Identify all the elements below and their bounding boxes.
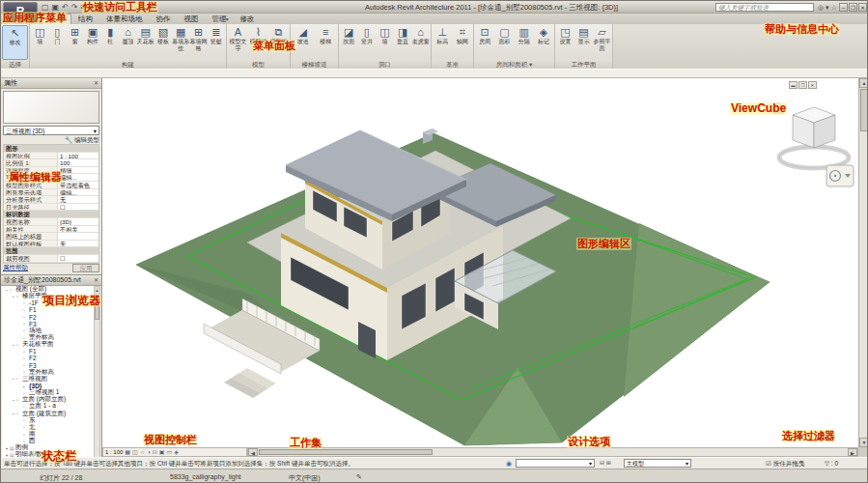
tree-item[interactable]: − ▫ 立面 (建筑立面) <box>2 411 94 417</box>
tree-item[interactable]: ▫ F1 <box>2 306 94 313</box>
property-value[interactable]: 1 : 100 <box>58 153 98 159</box>
infocenter-icon[interactable]: ☆ <box>831 3 837 12</box>
ribbon-button[interactable]: ↖修改 <box>2 25 28 60</box>
view-control-icon[interactable]: ▦ <box>125 448 130 456</box>
tree-item[interactable]: − ▫ 视图 (全部) <box>2 286 94 293</box>
close-icon[interactable]: ✕ <box>808 81 817 89</box>
view-control-icon[interactable]: ▣ <box>159 448 165 456</box>
ribbon-button[interactable]: ⌂屋顶 <box>119 25 136 60</box>
scroll-left-icon[interactable]: ◀ <box>248 448 258 456</box>
quick-access-icon[interactable]: ↷ <box>71 3 78 13</box>
ribbon-button[interactable]: ◪按面 <box>340 25 358 60</box>
tree-item[interactable]: ▫ 北 <box>2 424 94 431</box>
window-control-button[interactable]: ✕ <box>858 3 867 12</box>
ribbon-button[interactable]: ⊡房间 <box>475 25 494 60</box>
view-control-icon[interactable]: ⊡ <box>153 448 157 456</box>
search-input[interactable]: 键入关键字或短语 <box>715 3 814 12</box>
ribbon-button[interactable]: ◳设置 <box>556 25 574 60</box>
scrollbar-thumb[interactable] <box>259 449 433 455</box>
infocenter-icon[interactable]: ▾ <box>826 3 829 12</box>
close-icon[interactable]: ✕ <box>94 78 98 88</box>
property-value[interactable]: 编辑... <box>58 189 98 196</box>
ribbon-button[interactable]: ▯门 <box>48 25 66 60</box>
ribbon-button[interactable]: ▣构件 <box>84 25 101 60</box>
tree-item[interactable]: ▫ 东 <box>2 417 94 424</box>
ribbon-tab[interactable]: 视图 <box>178 14 206 24</box>
tree-item[interactable]: ▫ 室外标高 <box>2 369 94 376</box>
scroll-right-icon[interactable]: ▶ <box>848 448 857 456</box>
ribbon-tab[interactable]: 结构 <box>71 14 99 24</box>
ribbon-button[interactable]: ▤显示 <box>574 25 593 60</box>
horizontal-scrollbar[interactable]: ◀ ▶ <box>247 447 858 457</box>
property-value[interactable]: ☐ <box>58 255 98 262</box>
tree-item[interactable]: ▫ F2 <box>2 355 94 361</box>
ribbon-button[interactable]: ▯竖井 <box>358 25 377 60</box>
quick-access-icon[interactable]: ▣ <box>52 3 60 13</box>
ribbon-button[interactable]: ◈标记 <box>534 25 553 60</box>
ribbon-button[interactable]: ▢面积 <box>494 25 514 60</box>
vertical-scrollbar[interactable]: ▲ ▼ <box>858 78 868 447</box>
ribbon-button[interactable]: ⊥标高 <box>433 25 453 60</box>
ribbon-button[interactable]: ⌂老虎窗 <box>411 25 430 60</box>
press-drag-checkbox[interactable]: ☑ 按住并拖曳 <box>766 460 804 469</box>
tree-item[interactable]: ▫ F3 <box>2 321 94 327</box>
ribbon-button[interactable]: ▥分隔 <box>515 25 534 60</box>
ribbon-tab[interactable]: 协作 <box>150 14 178 24</box>
property-value[interactable]: 不相关 <box>58 226 98 233</box>
property-value[interactable]: 无 <box>58 241 98 247</box>
ribbon-button[interactable]: ▦幕墙系统 <box>172 25 189 60</box>
drawing-area[interactable] <box>102 78 858 447</box>
ribbon-tab[interactable]: 修改 <box>234 14 262 24</box>
ribbon-button[interactable]: A模型文字 <box>228 25 248 60</box>
tree-item[interactable]: ▫ F2 <box>2 314 94 321</box>
worksets-dropdown[interactable]: ▾ <box>516 459 595 468</box>
property-value[interactable]: {3D} <box>58 218 98 225</box>
ribbon-button[interactable]: ⌗轴网 <box>453 25 473 60</box>
property-value[interactable]: 精细 <box>58 167 98 174</box>
quick-access-icon[interactable]: ▢ <box>42 3 49 13</box>
edit-type-button[interactable]: 🔧 编辑类型 <box>3 135 99 144</box>
ribbon-button[interactable]: ▧楼板 <box>154 25 172 60</box>
browser-scrollbar[interactable]: ▲ ▼ <box>94 286 100 465</box>
ribbon-button[interactable]: ◫墙 <box>376 25 394 60</box>
ribbon-button[interactable]: ≣竖梃 <box>208 25 225 60</box>
ribbon-tab[interactable]: 体量和场地 <box>99 14 150 24</box>
view-control-icon[interactable]: ◫ <box>132 448 138 456</box>
property-value[interactable] <box>58 233 98 240</box>
restore-icon[interactable]: ❐ <box>798 81 807 89</box>
close-icon[interactable]: ✕ <box>94 275 98 285</box>
ribbon-state-toggle[interactable]: ⊙ ▾ <box>215 14 229 24</box>
ribbon-button[interactable]: ⊞窗 <box>67 25 84 60</box>
worksets-icon[interactable]: ◉ <box>506 459 512 468</box>
pen-icon[interactable]: ✎ <box>356 473 362 481</box>
window-control-button[interactable]: ─ <box>839 3 848 12</box>
property-value[interactable]: 带边框着色 <box>58 182 98 188</box>
scroll-down-icon[interactable]: ▼ <box>859 438 868 447</box>
view-control-icon[interactable]: ◈ <box>174 448 179 456</box>
3d-view[interactable] <box>102 78 858 447</box>
infocenter-icon[interactable]: ◎ <box>818 3 824 12</box>
ribbon-button[interactable]: ⊞幕墙网格 <box>189 25 207 60</box>
ribbon-button[interactable]: ▮柱 <box>101 25 119 60</box>
selection-filter-icon[interactable]: ▽ : 0 <box>825 460 838 468</box>
view-control-icon[interactable]: ▭ <box>167 448 173 456</box>
scrollbar-thumb[interactable] <box>860 89 868 131</box>
ribbon-button[interactable]: ◫墙 <box>31 25 48 60</box>
tree-item[interactable]: − ▫ 三维视图 <box>2 376 94 383</box>
type-selector-dropdown[interactable]: 三维视图 {3D} ▾ <box>3 126 99 135</box>
ribbon-button[interactable]: ▱参照平面 <box>593 25 611 60</box>
navigation-bar[interactable] <box>826 165 854 186</box>
view-control-icon[interactable]: ☼ <box>140 448 146 456</box>
minimize-icon[interactable]: ▬ <box>789 81 798 89</box>
property-value[interactable]: 无 <box>58 196 98 203</box>
property-value[interactable]: 100 <box>58 159 98 166</box>
property-value[interactable]: ☐ <box>58 204 98 211</box>
apply-button[interactable]: 应用 <box>72 264 99 272</box>
tree-item[interactable]: ▫ F1 <box>2 348 94 355</box>
view-control-icon[interactable]: ◑ <box>147 448 151 456</box>
scroll-up-icon[interactable]: ▲ <box>859 78 868 88</box>
ribbon-button[interactable]: ≡楼梯 <box>315 25 338 60</box>
quick-access-icon[interactable]: ↶ <box>62 3 69 13</box>
ribbon-button[interactable]: ▤天花板 <box>137 25 154 60</box>
scale-button[interactable]: 1 : 100 <box>105 449 123 455</box>
